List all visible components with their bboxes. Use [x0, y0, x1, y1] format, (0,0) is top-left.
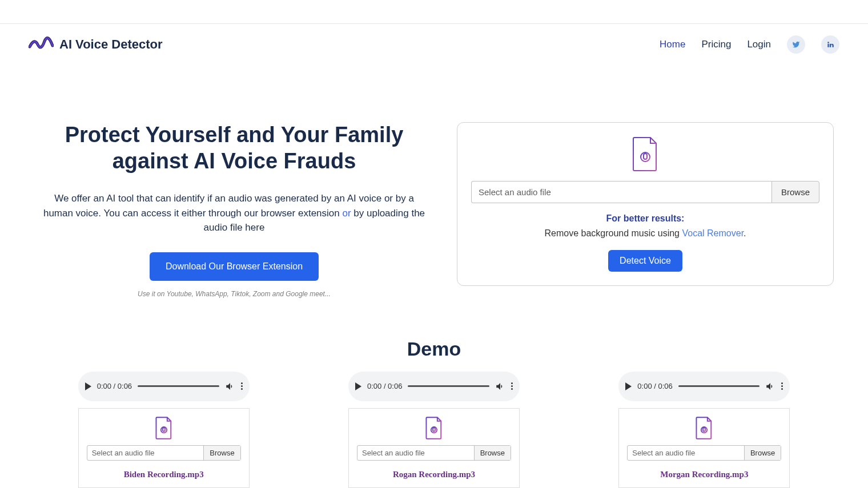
demo-file-select-input[interactable]: Select an audio file [87, 446, 204, 460]
demo-browse-button[interactable]: Browse [744, 446, 781, 460]
linkedin-icon[interactable] [821, 35, 839, 54]
audio-progress-bar[interactable] [408, 385, 489, 387]
svg-rect-1 [644, 154, 647, 159]
results-hint-text: Remove background music using Vocal Remo… [471, 228, 819, 239]
audio-player: 0:00 / 0:06 [618, 372, 790, 401]
file-input-row: Select an audio file Browse [471, 181, 819, 203]
twitter-icon[interactable] [787, 35, 805, 54]
svg-rect-11 [703, 427, 705, 431]
demo-card: Select an audio file Browse Biden Record… [78, 408, 250, 488]
play-icon[interactable] [355, 382, 361, 390]
demo-file-input-row: Select an audio file Browse [87, 445, 241, 461]
audio-file-icon [632, 136, 658, 172]
audio-progress-bar[interactable] [138, 385, 219, 387]
file-select-input[interactable]: Select an audio file [471, 181, 771, 203]
nav-login[interactable]: Login [747, 39, 771, 50]
svg-rect-5 [163, 427, 165, 431]
top-utility-bar [0, 0, 868, 24]
demo-column: 0:00 / 0:06 Select an audio file Browse … [44, 372, 284, 488]
demo-browse-button[interactable]: Browse [474, 446, 511, 460]
audio-time-display: 0:00 / 0:06 [367, 382, 402, 390]
audio-player: 0:00 / 0:06 [348, 372, 520, 401]
play-icon[interactable] [625, 382, 632, 390]
volume-icon[interactable] [225, 381, 235, 392]
demo-browse-button[interactable]: Browse [203, 446, 240, 460]
demo-column: 0:00 / 0:06 Select an audio file Browse … [314, 372, 554, 488]
browse-button[interactable]: Browse [771, 181, 819, 203]
audio-time-display: 0:00 / 0:06 [637, 382, 672, 390]
vocal-remover-link[interactable]: Vocal Remover [682, 228, 744, 238]
volume-icon[interactable] [495, 381, 505, 392]
demo-file-input-row: Select an audio file Browse [627, 445, 781, 461]
demo-card: Select an audio file Browse Rogan Record… [348, 408, 520, 488]
audio-menu-icon[interactable] [511, 382, 513, 390]
demo-file-select-input[interactable]: Select an audio file [628, 446, 744, 460]
hero-left-column: Protect Yourself and Your Family against… [34, 122, 434, 298]
hero-title: Protect Yourself and Your Family against… [34, 122, 434, 174]
detect-voice-button[interactable]: Detect Voice [608, 250, 682, 272]
demo-recording-label: Rogan Recording.mp3 [357, 470, 511, 479]
cta-hint-text: Use it on Youtube, WhatsApp, Tiktok, Zoo… [34, 290, 434, 298]
svg-rect-8 [433, 427, 435, 431]
audio-file-icon [155, 417, 172, 439]
hero-description: We offer an AI tool that can identify if… [34, 191, 434, 235]
audio-time-display: 0:00 / 0:06 [97, 382, 132, 390]
audio-menu-icon[interactable] [781, 382, 783, 390]
demo-section-title: Demo [0, 338, 868, 360]
audio-file-icon [425, 417, 443, 439]
brand-name: AI Voice Detector [59, 37, 163, 52]
hero-section: Protect Yourself and Your Family against… [0, 65, 868, 321]
audio-player: 0:00 / 0:06 [78, 372, 250, 401]
demo-file-select-input[interactable]: Select an audio file [357, 446, 474, 460]
demo-card: Select an audio file Browse Morgan Recor… [618, 408, 790, 488]
audio-menu-icon[interactable] [241, 382, 243, 390]
demo-file-input-row: Select an audio file Browse [357, 445, 511, 461]
demo-column: 0:00 / 0:06 Select an audio file Browse … [584, 372, 824, 488]
demo-row: 0:00 / 0:06 Select an audio file Browse … [0, 372, 868, 488]
upload-card: Select an audio file Browse For better r… [457, 122, 834, 286]
logo-area[interactable]: AI Voice Detector [29, 33, 163, 56]
brand-wave-icon [29, 33, 54, 56]
audio-file-icon [696, 417, 713, 439]
download-extension-button[interactable]: Download Our Browser Extension [150, 252, 319, 281]
demo-recording-label: Morgan Recording.mp3 [627, 470, 781, 479]
volume-icon[interactable] [765, 381, 775, 392]
play-icon[interactable] [85, 382, 91, 390]
nav-pricing[interactable]: Pricing [701, 39, 731, 50]
site-header: AI Voice Detector Home Pricing Login [0, 24, 868, 65]
main-nav: Home Pricing Login [660, 35, 839, 54]
audio-progress-bar[interactable] [678, 385, 760, 387]
demo-recording-label: Biden Recording.mp3 [87, 470, 241, 479]
nav-home[interactable]: Home [660, 39, 685, 50]
results-hint-title: For better results: [471, 213, 819, 224]
